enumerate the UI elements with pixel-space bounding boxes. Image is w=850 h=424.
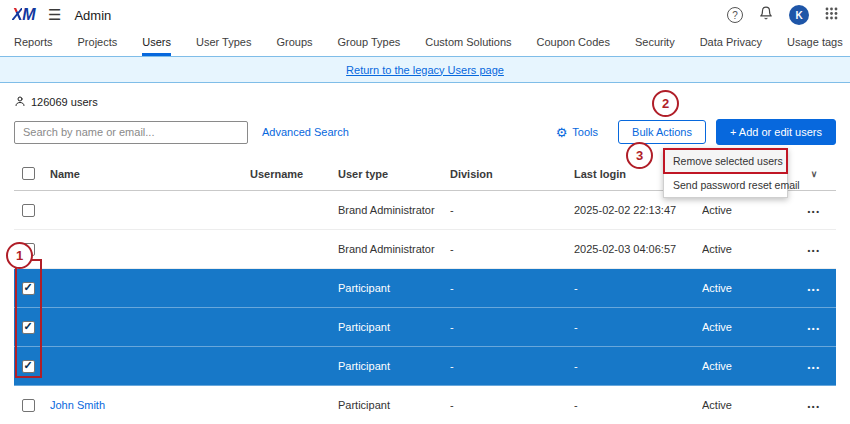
page-title: Admin <box>74 8 111 23</box>
help-icon[interactable]: ? <box>727 7 743 23</box>
tab-users[interactable]: Users <box>142 30 171 56</box>
users-icon <box>14 95 26 109</box>
top-bar: XM ☰ Admin ? K <box>0 0 850 30</box>
table-row-selected: Participant - - Active <box>14 347 836 386</box>
tab-group-types[interactable]: Group Types <box>338 30 401 56</box>
tab-user-types[interactable]: User Types <box>196 30 251 56</box>
tab-custom-solutions[interactable]: Custom Solutions <box>425 30 511 56</box>
tools-button[interactable]: ⚙ Tools <box>556 126 598 139</box>
cell-last-login: - <box>574 399 702 411</box>
user-count: 126069 users <box>14 95 836 109</box>
row-actions-icon[interactable] <box>808 399 821 411</box>
table-row: John Smith Participant - - Active <box>14 386 836 424</box>
status-badge: Active <box>702 204 800 216</box>
col-username[interactable]: Username <box>250 168 338 180</box>
cell-last-login: 2025-02-02 22:13:47 <box>574 204 702 216</box>
cell-last-login: - <box>574 360 702 372</box>
cell-user-type: Participant <box>338 399 450 411</box>
main-nav: Reports Projects Users User Types Groups… <box>0 30 850 56</box>
hamburger-menu-icon[interactable]: ☰ <box>48 6 61 24</box>
annotation-step-3: 3 <box>626 142 653 169</box>
user-avatar[interactable]: K <box>789 5 809 25</box>
cell-user-type: Participant <box>338 360 450 372</box>
col-name[interactable]: Name <box>50 168 250 180</box>
notifications-bell-icon[interactable] <box>759 6 773 24</box>
tab-data-privacy[interactable]: Data Privacy <box>700 30 762 56</box>
tab-projects[interactable]: Projects <box>78 30 118 56</box>
app-grid-icon[interactable] <box>825 6 838 24</box>
cell-division: - <box>450 204 574 216</box>
table-row-selected: Participant - - Active <box>14 269 836 308</box>
user-name-link[interactable]: John Smith <box>50 399 105 411</box>
legacy-banner: Return to the legacy Users page <box>0 56 850 83</box>
cell-user-type: Participant <box>338 282 450 294</box>
annotation-step-1: 1 <box>6 242 33 269</box>
tab-coupon-codes[interactable]: Coupon Codes <box>537 30 610 56</box>
tab-usage-tags[interactable]: Usage tags <box>787 30 843 56</box>
user-count-label: 126069 users <box>31 96 98 108</box>
status-badge: Active <box>702 360 800 372</box>
tab-security[interactable]: Security <box>635 30 675 56</box>
cell-user-type: Participant <box>338 321 450 333</box>
row-actions-icon[interactable] <box>808 204 821 216</box>
cell-division: - <box>450 243 574 255</box>
table-row: Brand Administrator - 2025-02-03 04:06:5… <box>14 230 836 269</box>
row-checkbox[interactable] <box>22 399 35 412</box>
cell-division: - <box>450 321 574 333</box>
cell-last-login: - <box>574 282 702 294</box>
toolbar: Advanced Search ⚙ Tools Bulk Actions + A… <box>14 119 836 145</box>
menu-item-send-password-reset[interactable]: Send password reset email <box>664 173 787 197</box>
gear-icon: ⚙ <box>556 126 568 139</box>
cell-last-login: - <box>574 321 702 333</box>
menu-item-remove-selected-users[interactable]: Remove selected users <box>664 149 787 173</box>
select-all-checkbox[interactable] <box>22 167 35 180</box>
add-or-edit-users-button[interactable]: + Add or edit users <box>716 119 836 145</box>
row-actions-icon[interactable] <box>808 282 821 294</box>
row-actions-icon[interactable] <box>808 360 821 372</box>
tab-groups[interactable]: Groups <box>276 30 312 56</box>
cell-user-type: Brand Administrator <box>338 243 450 255</box>
status-badge: Active <box>702 243 800 255</box>
bulk-actions-menu: Remove selected users Send password rese… <box>663 148 788 198</box>
cell-user-type: Brand Administrator <box>338 204 450 216</box>
annotation-step-2: 2 <box>652 90 679 117</box>
cell-division: - <box>450 282 574 294</box>
cell-last-login: 2025-02-03 04:06:57 <box>574 243 702 255</box>
row-checkbox[interactable] <box>22 204 35 217</box>
cell-division: - <box>450 360 574 372</box>
legacy-users-link[interactable]: Return to the legacy Users page <box>346 64 504 76</box>
col-user-type[interactable]: User type <box>338 168 450 180</box>
tab-reports[interactable]: Reports <box>14 30 53 56</box>
header-chevron-down-icon[interactable]: ∨ <box>811 169 818 179</box>
cell-division: - <box>450 399 574 411</box>
status-badge: Active <box>702 399 800 411</box>
status-badge: Active <box>702 321 800 333</box>
advanced-search-link[interactable]: Advanced Search <box>262 126 349 138</box>
annotation-box-checkboxes <box>15 259 42 378</box>
table-row-selected: Participant - - Active <box>14 308 836 347</box>
row-actions-icon[interactable] <box>808 243 821 255</box>
status-badge: Active <box>702 282 800 294</box>
col-division[interactable]: Division <box>450 168 574 180</box>
xm-logo: XM <box>12 6 35 24</box>
row-actions-icon[interactable] <box>808 321 821 333</box>
search-input[interactable] <box>14 121 248 144</box>
bulk-actions-button[interactable]: Bulk Actions <box>618 120 706 144</box>
